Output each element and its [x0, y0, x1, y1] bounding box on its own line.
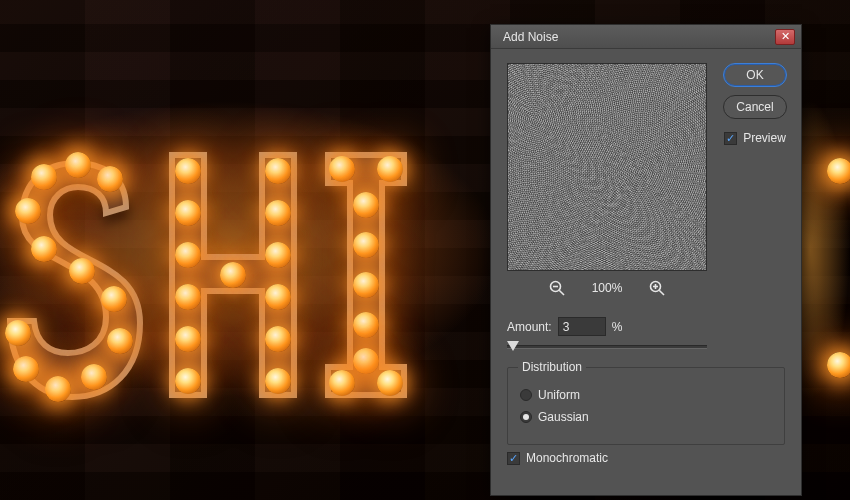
checkbox-icon: [507, 452, 520, 465]
monochromatic-checkbox[interactable]: Monochromatic: [507, 451, 608, 465]
letter-s: [0, 145, 140, 415]
amount-label: Amount:: [507, 320, 552, 334]
svg-line-1: [559, 290, 564, 295]
close-icon: ✕: [781, 31, 790, 42]
zoom-level: 100%: [592, 281, 623, 295]
preview-checkbox[interactable]: Preview: [724, 131, 786, 145]
dialog-title: Add Noise: [503, 30, 775, 44]
radio-gaussian[interactable]: Gaussian: [520, 410, 772, 424]
monochromatic-label: Monochromatic: [526, 451, 608, 465]
add-noise-dialog: Add Noise ✕ 100% Amount: % Distributi: [490, 24, 802, 496]
preview-checkbox-label: Preview: [743, 131, 786, 145]
radio-icon: [520, 411, 532, 423]
radio-uniform-label: Uniform: [538, 388, 580, 402]
marquee-sign: [0, 145, 416, 415]
slider-thumb[interactable]: [507, 341, 519, 351]
zoom-out-button[interactable]: [548, 279, 566, 297]
partial-letter-right: [820, 145, 850, 415]
ok-button[interactable]: OK: [723, 63, 787, 87]
cancel-button[interactable]: Cancel: [723, 95, 787, 119]
radio-icon: [520, 389, 532, 401]
letter-h: [158, 145, 298, 415]
checkbox-icon: [724, 132, 737, 145]
radio-gaussian-label: Gaussian: [538, 410, 589, 424]
noise-preview: [508, 64, 706, 270]
letter-i: [316, 145, 416, 415]
preview-thumbnail[interactable]: [507, 63, 707, 271]
cancel-button-label: Cancel: [736, 100, 773, 114]
svg-line-4: [660, 290, 665, 295]
zoom-in-button[interactable]: [648, 279, 666, 297]
amount-input[interactable]: [558, 317, 606, 336]
ok-button-label: OK: [746, 68, 763, 82]
amount-unit: %: [612, 320, 623, 334]
distribution-group: Distribution Uniform Gaussian: [507, 367, 785, 445]
zoom-out-icon: [549, 280, 565, 296]
close-button[interactable]: ✕: [775, 29, 795, 45]
amount-slider[interactable]: [507, 345, 707, 349]
zoom-in-icon: [649, 280, 665, 296]
dialog-titlebar[interactable]: Add Noise ✕: [491, 25, 801, 49]
radio-uniform[interactable]: Uniform: [520, 388, 772, 402]
distribution-legend: Distribution: [518, 360, 586, 374]
